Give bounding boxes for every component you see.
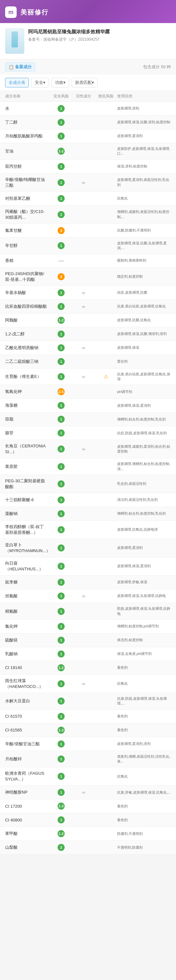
filter-safety-btn[interactable]: 安全▾ — [31, 78, 49, 88]
safety-badge: 3 — [50, 227, 72, 234]
table-row[interactable]: 辛甘醇1皮肤调理,保湿,抗菌,头发调理,柔润,... — [0, 238, 176, 254]
ingredient-name: 乙酰化透明质酸钠 — [5, 345, 50, 351]
usage-text: 填浆剂,增稠,表面活性剂,活性乳化,表... — [117, 754, 171, 764]
ingredient-name: 苯甲酸 — [5, 831, 50, 837]
usage-text: 皮肤调理,柔润剂 — [117, 546, 171, 550]
ingredient-name: 氯化钾 — [5, 624, 50, 629]
table-row[interactable]: 琼脂1增稠剂,粘合剂,粘度控制,乳化剂 — [0, 412, 176, 426]
table-row[interactable]: 丙烯酸（酯）交/C10-30烷基丙...1增稠剂,成膜剂,表面活性剂,粘度控制,… — [0, 205, 176, 224]
active-badge: ∞ — [72, 593, 95, 598]
ingredient-name: 辛基水杨酸 — [5, 290, 50, 296]
safety-badge: 1 — [50, 756, 72, 762]
table-row[interactable]: 精氨酸1防脱,皮肤调理,保湿,头发调理,抗静电 — [0, 603, 176, 620]
table-row[interactable]: 甘油1-2皮肤防护,皮肤调理,保湿,头发调理,口... — [0, 143, 176, 160]
table-row[interactable]: 月桂酰锌1填浆剂,增稠,表面活性剂,活性乳化,表... — [0, 751, 176, 768]
ingredient-name: 长角豆（CERATONIA SI...） — [5, 443, 50, 455]
table-row[interactable]: 水解大豆蛋白1抗衰,防脱,皮肤调理,保湿,头发调理,... — [0, 693, 176, 710]
usage-text: 螯合剂 — [117, 359, 171, 364]
usage-text: 抗氧化 — [117, 196, 171, 201]
table-row[interactable]: CI 408001着色剂 — [0, 813, 176, 827]
table-row[interactable]: 黄原胶1皮肤调理,增稠剂,粘合剂,粘度控制,清... — [0, 458, 176, 475]
table-row[interactable]: PEG-30二聚羟基硬脂酸酯1乳化剂,表面活性剂 — [0, 475, 176, 493]
ingredient-name: 鼠李糖 — [5, 579, 50, 585]
table-row[interactable]: 乙酰化透明质酸钠1∞皮肤调理,保湿 — [0, 341, 176, 355]
ingredient-name: 氯苯甘醚 — [5, 228, 50, 234]
table-row[interactable]: 丁二醇1皮肤调理,保湿,抗菌,溶剂,粘度控制 — [0, 116, 176, 129]
table-row[interactable]: 水1皮肤调理,溶剂 — [0, 102, 176, 116]
safety-badge: 1-2 — [50, 830, 72, 837]
ingredient-name: 甘油 — [5, 148, 50, 154]
ingredient-name: 丁二醇 — [5, 119, 50, 125]
table-row[interactable]: CI 172001-3着色剂 — [0, 799, 176, 813]
table-row[interactable]: 硫酸镁1填充剂,粘度控制 — [0, 633, 176, 647]
table-row[interactable]: 1,2-戊二醇1皮肤调理,保湿,抗菌,增溶剂,溶剂 — [0, 327, 176, 341]
usage-text: 着色剂 — [117, 804, 171, 809]
table-row[interactable]: 氯苯甘醚3抗菌,防腐剂,不透明剂 — [0, 224, 176, 238]
table-row[interactable]: 欧洲水青冈（FAGUS SYLVA...）1抗氧化 — [0, 767, 176, 786]
safety-badge: 1 — [50, 445, 72, 453]
safety-badge: 1 — [50, 816, 72, 823]
filter-skin-btn[interactable]: 肤质匹配▾ — [72, 78, 98, 88]
table-row[interactable]: 生育酚（维生素E）1∞⚠抗衰,美白祛斑,皮肤调理,抗氧化,保湿 — [0, 369, 176, 385]
table-row[interactable]: 双丙甘醇1保湿,溶剂,粘度控制 — [0, 160, 176, 173]
table-row[interactable]: 辛基水杨酸1∞祛痘,皮肤调理,抗菌 — [0, 286, 176, 300]
section-tag[interactable]: 📋 备案成分 — [5, 62, 35, 72]
table-row[interactable]: 山梨酸2不透明剂,防腐剂 — [0, 841, 176, 854]
table-row[interactable]: 海藻糖1皮肤调理,保湿,柔润剂 — [0, 399, 176, 412]
table-row[interactable]: 向日葵（HELIANTHUS...）1皮肤调理,保湿,柔润剂 — [0, 557, 176, 576]
safety-badge: 1 — [50, 608, 72, 615]
usage-text: 皮肤调理,柔润剂 — [117, 134, 171, 138]
usage-text: 皮肤防护,皮肤调理,保湿,头发调理,口... — [117, 146, 171, 156]
usage-text: 增稠剂,粘度控制,pH调节剂 — [117, 624, 171, 629]
table-row[interactable]: CI 615701着色剂 — [0, 710, 176, 724]
product-image — [5, 28, 24, 54]
ingredient-name: 硫酸镁 — [5, 637, 50, 643]
table-row[interactable]: 月桂酰肌氨酸异丙酯1皮肤调理,柔润剂 — [0, 129, 176, 143]
table-row[interactable]: 苯甲酸1-2防腐剂,不透明剂 — [0, 827, 176, 841]
ingredient-name: PEG-30二聚羟基硬脂酸酯 — [5, 478, 50, 490]
table-row[interactable]: 对羟基苯乙酮1抗氧化 — [0, 192, 176, 205]
table-row[interactable]: 藻酸钠1增稠剂,粘合剂,粘度控制,乳化剂 — [0, 507, 176, 521]
table-row[interactable]: 李枝四醇酮（双-叔丁基羟基茴香酮...）1皮肤调理,抗氧化,抗静电球 — [0, 521, 176, 539]
usage-text: 皮肤调理,保湿,抗菌,溶剂,粘度控制 — [117, 120, 171, 124]
usage-text: 增稠剂,成膜剂,表面活性剂,粘度控制,... — [117, 210, 171, 220]
table-row[interactable]: 长角豆（CERATONIA SI...）1∞皮肤调理,成膜剂,柔润剂,粘合剂,粘… — [0, 440, 176, 458]
table-row[interactable]: 辛酸/癸酸甘油三酯1皮肤调理,柔润剂,溶剂 — [0, 737, 176, 751]
table-row[interactable]: 乳酸钠1保湿,去角质,pH调节剂 — [0, 647, 176, 661]
usage-text: 抗衰,美白祛斑,皮肤调理,抗氧化 — [117, 304, 171, 309]
app-logo: m — [5, 6, 17, 18]
ingredient-name: 辛甘醇 — [5, 243, 50, 248]
ingredient-name: CI 40800 — [5, 818, 50, 822]
table-row[interactable]: 香精—吸附剂,香精香料剂 — [0, 254, 176, 268]
table-row[interactable]: 氢氧化钾2-5pH调节剂 — [0, 385, 176, 399]
usage-text: 增稠剂,粘合剂,粘度控制,乳化剂 — [117, 417, 171, 422]
table-row[interactable]: CI 615651-3着色剂 — [0, 724, 176, 737]
ingredient-name: 海藻糖 — [5, 402, 50, 408]
safety-badge: 1 — [50, 592, 72, 600]
table-row[interactable]: 神经酰胺NP1∞抗衰,舒敏,皮肤调理,保湿,抗氧化,... — [0, 786, 176, 799]
usage-text: 防脱,皮肤调理,保湿,头发调理,抗静电 — [117, 606, 171, 616]
table-row[interactable]: 腺苷1抗痘,防脱,皮肤调理,保湿,乳化剂 — [0, 426, 176, 440]
ingredient-name: 李枝四醇酮（双-叔丁基羟基茴香酮...） — [5, 524, 50, 536]
table-row[interactable]: 鼠李糖1皮肤调理,舒敏,保湿 — [0, 576, 176, 589]
table-row[interactable]: 雨生红球藻（HAEMATOCO...）1∞抗氧化 — [0, 675, 176, 693]
ingredient-name: 亚白草卜（MYROTHAMNUN...） — [5, 542, 50, 554]
table-row[interactable]: 亚白草卜（MYROTHAMNUN...）1皮肤调理,柔润剂 — [0, 539, 176, 557]
ingredient-name: CI 19140 — [5, 665, 50, 670]
ingredient-name: CI 61570 — [5, 714, 50, 719]
safety-badge: 1 — [50, 563, 72, 570]
table-row[interactable]: 二乙二硫烷酸三钠1螯合剂 — [0, 355, 176, 369]
table-row[interactable]: CI 191401-2着色剂 — [0, 661, 176, 675]
ingredient-name: 乳酸钠 — [5, 651, 50, 657]
table-row[interactable]: 氯化钾1增稠剂,粘度控制,pH调节剂 — [0, 620, 176, 633]
table-row[interactable]: PEG-240/HDI共聚物/双-癸基...十四酯3稳定剂,粘度控制 — [0, 268, 176, 286]
usage-text: 抗氧化 — [117, 681, 171, 686]
filter-all-btn[interactable]: 全成分表 — [5, 78, 29, 88]
table-row[interactable]: 抗坏血酸四异棕榈酸酯1∞抗衰,美白祛斑,皮肤调理,抗氧化 — [0, 300, 176, 313]
table-row[interactable]: 辛酸/癸酸/纯椰酸甘油三酯1∞皮肤调理,柔润剂,表面活性剂,乳化剂 — [0, 173, 176, 192]
filter-function-btn[interactable]: 功效▾ — [52, 78, 69, 88]
table-row[interactable]: 阿魏酸1-2皮肤调理,抗菌,抗氧化 — [0, 313, 176, 327]
usage-text: 防腐剂,不透明剂 — [117, 831, 171, 836]
table-row[interactable]: 十三烷醇聚醚-61清洁剂,表面活性剂,乳化剂 — [0, 493, 176, 507]
table-row[interactable]: 丝氨酸1∞皮肤调理,保湿,头发调理,抗静电 — [0, 589, 176, 603]
